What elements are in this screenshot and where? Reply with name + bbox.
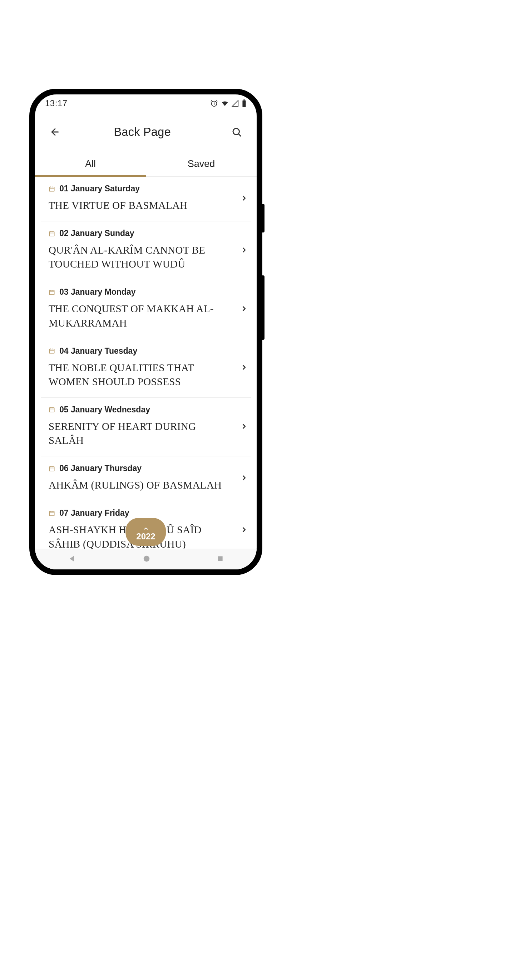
list-item[interactable]: 05 January Wednesday SERENITY OF HEART D… [41,398,251,457]
tab-saved[interactable]: Saved [146,152,257,176]
svg-rect-7 [49,349,54,353]
chevron-right-icon [240,526,248,535]
chevron-right-icon [240,305,248,314]
list-item-title: QUR'ÂN AL-KARÎM CANNOT BE TOUCHED WITHOU… [49,243,226,271]
calendar-icon [49,289,55,296]
wifi-icon [221,99,229,107]
chevron-right-icon [240,246,248,255]
chevron-up-icon [143,523,148,531]
list-item-title: THE CONQUEST OF MAKKAH AL-MUKARRAMAH [49,302,226,330]
svg-rect-5 [49,231,54,236]
svg-rect-6 [49,290,54,295]
status-time: 13:17 [45,99,68,108]
list-item-title: SERENITY OF HEART DURING SALÂH [49,420,226,447]
list-item-date: 04 January Tuesday [59,346,137,356]
tab-all-label: All [85,158,96,170]
calendar-icon [49,348,55,354]
svg-rect-12 [218,556,222,561]
list-item-title: THE VIRTUE OF BASMALAH [49,199,226,212]
svg-point-11 [144,555,150,562]
calendar-icon [49,230,55,237]
list-item-title: AHKÂM (RULINGS) OF BASMALAH [49,478,226,492]
tabs: All Saved [35,152,257,177]
year-selector-pill[interactable]: 2022 [125,518,166,546]
chevron-right-icon [240,363,248,373]
page-title: Back Page [56,125,228,139]
chevron-right-icon [240,194,248,204]
calendar-icon [49,406,55,413]
phone-frame: 13:17 [29,89,262,575]
svg-rect-4 [49,187,54,191]
list-item[interactable]: 03 January Monday THE CONQUEST OF MAKKAH… [41,280,251,339]
cell-signal-icon [232,100,239,107]
status-icons [210,99,247,107]
svg-rect-8 [49,408,54,412]
list-item-date: 02 January Sunday [59,229,134,238]
list-item[interactable]: 02 January Sunday QUR'ÂN AL-KARÎM CANNOT… [41,221,251,280]
list-item-date: 05 January Wednesday [59,405,150,415]
app-bar: Back Page [35,112,257,152]
chevron-right-icon [240,474,248,483]
svg-rect-2 [243,99,245,100]
calendar-icon [49,510,55,517]
alarm-icon [210,99,218,107]
android-nav-bar [35,549,257,570]
list-item[interactable]: 06 January Thursday AHKÂM (RULINGS) OF B… [41,457,251,501]
svg-rect-10 [49,511,54,516]
list-item-title: THE NOBLE QUALITIES THAT WOMEN SHOULD PO… [49,361,226,389]
list-item[interactable]: 04 January Tuesday THE NOBLE QUALITIES T… [41,339,251,398]
calendar-icon [49,465,55,472]
calendar-icon [49,186,55,192]
search-button[interactable] [228,123,245,140]
nav-recent-button[interactable] [217,555,224,564]
list-item-date: 03 January Monday [59,287,135,297]
list-item-date: 06 January Thursday [59,463,141,473]
tab-saved-label: Saved [187,158,215,170]
list-item[interactable]: 01 January Saturday THE VIRTUE OF BASMAL… [41,177,251,221]
nav-back-button[interactable] [68,554,76,565]
battery-icon [241,99,247,107]
svg-rect-1 [242,100,246,107]
status-bar: 13:17 [35,94,257,112]
nav-home-button[interactable] [143,555,151,564]
year-pill-label: 2022 [136,532,155,541]
article-list[interactable]: 01 January Saturday THE VIRTUE OF BASMAL… [35,177,257,560]
tab-all[interactable]: All [35,152,146,176]
chevron-right-icon [240,422,248,432]
search-icon [231,127,242,137]
list-item-date: 01 January Saturday [59,184,140,194]
svg-rect-9 [49,467,54,471]
list-item-date: 07 January Friday [59,508,129,518]
